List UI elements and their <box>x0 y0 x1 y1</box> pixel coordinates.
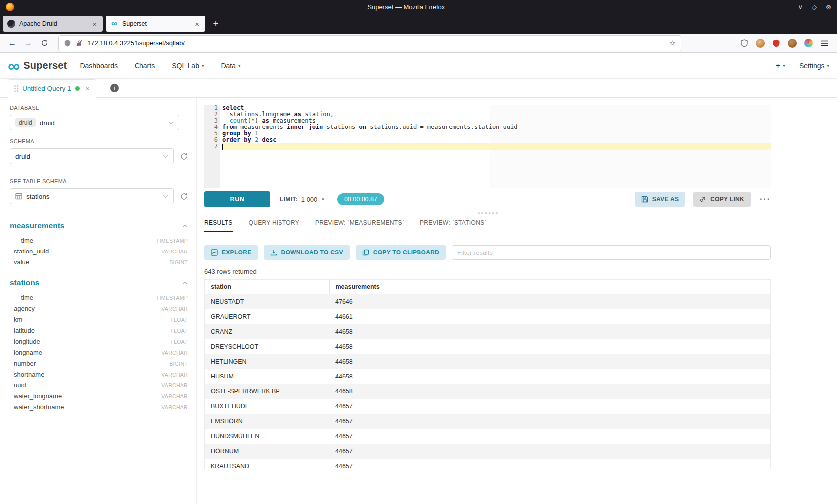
clipboard-icon <box>362 249 369 256</box>
download-csv-label: DOWNLOAD TO CSV <box>281 249 343 256</box>
copy-link-button[interactable]: COPY LINK <box>693 192 751 207</box>
table-section: stations __timeTIMESTAMPagencyVARCHARkmF… <box>10 278 188 412</box>
browser-tabstrip: Apache Druid × ∞ Superset × + <box>0 14 837 34</box>
station-cell: HUSUM <box>205 369 329 384</box>
table-header-stations[interactable]: stations <box>10 278 188 287</box>
download-icon <box>270 249 277 256</box>
chevron-up-icon[interactable] <box>182 224 188 228</box>
url-text[interactable]: 172.18.0.4:32251/superset/sqllab/ <box>87 39 665 47</box>
results-tab-query-history[interactable]: QUERY HISTORY <box>249 219 299 232</box>
table-name: stations <box>10 278 39 287</box>
column-name: station_uuid <box>14 248 49 255</box>
limit-dropdown[interactable]: LIMIT: 1 000 ▾ <box>280 196 324 203</box>
database-engine-pill: druid <box>15 118 36 127</box>
column-row: kmFLOAT <box>10 314 188 325</box>
bookmark-star-icon[interactable]: ☆ <box>669 39 676 48</box>
filter-results-input[interactable] <box>452 245 771 260</box>
measurements-cell: 44658 <box>329 339 770 354</box>
menu-icon[interactable] <box>820 40 828 47</box>
back-button[interactable]: ← <box>5 36 20 51</box>
column-name: agency <box>14 305 35 312</box>
database-select[interactable]: druid druid <box>10 115 179 130</box>
run-button[interactable]: RUN <box>204 191 270 207</box>
add-query-tab-button[interactable]: + <box>110 84 119 92</box>
schema-select[interactable]: druid <box>10 148 174 164</box>
column-header-measurements[interactable]: measurements <box>329 280 770 294</box>
browser-tab-superset[interactable]: ∞ Superset × <box>106 16 205 32</box>
window-title: Superset — Mozilla Firefox <box>14 3 798 11</box>
ublock-icon[interactable] <box>772 39 780 47</box>
profile-avatar-icon[interactable] <box>756 39 765 48</box>
nav-item-dashboards[interactable]: Dashboards <box>80 62 118 70</box>
station-cell: KRAUTSAND <box>205 459 329 469</box>
reload-button[interactable] <box>37 36 52 51</box>
editor-code[interactable]: select stations.longname as station, cou… <box>220 105 771 188</box>
add-new-button[interactable]: +▾ <box>775 61 785 71</box>
column-row: water_shortnameVARCHAR <box>10 401 188 412</box>
explore-button[interactable]: EXPLORE <box>204 245 258 260</box>
superset-logo[interactable]: ∞ Superset <box>8 59 67 72</box>
copy-to-clipboard-button[interactable]: COPY TO CLIPBOARD <box>356 245 446 260</box>
permissions-shield-icon[interactable] <box>740 39 748 47</box>
tab-close-icon[interactable]: × <box>193 20 201 28</box>
window-maximize-icon[interactable]: ◇ <box>812 3 817 11</box>
column-name: water_longname <box>14 392 62 400</box>
drag-handle-icon[interactable] <box>14 85 18 92</box>
chevron-up-icon[interactable] <box>182 281 188 285</box>
pane-splitter[interactable] <box>204 207 771 219</box>
column-name: km <box>14 316 22 323</box>
refresh-schemas-button[interactable] <box>180 152 188 161</box>
table-header-measurements[interactable]: measurements <box>10 221 188 230</box>
results-table[interactable]: station measurements NEUSTADT47646GRAUER… <box>204 279 771 469</box>
station-cell: NEUSTADT <box>205 294 329 310</box>
query-tab-close-icon[interactable]: × <box>86 85 90 93</box>
query-tab-untitled-query-1[interactable]: Untitled Query 1 × <box>8 79 96 98</box>
column-name: longname <box>14 349 42 356</box>
new-tab-button[interactable]: + <box>208 16 223 31</box>
browser-window: Superset — Mozilla Firefox ∨ ◇ ⊗ Apache … <box>0 0 837 504</box>
code-line: order by 2 desc <box>222 137 771 143</box>
refresh-tables-button[interactable] <box>180 192 188 201</box>
limit-label: LIMIT: <box>280 196 298 203</box>
nav-item-sql-lab[interactable]: SQL Lab▾ <box>172 62 204 70</box>
results-tab-results[interactable]: RESULTS <box>204 219 233 232</box>
tracking-shield-icon[interactable] <box>64 39 71 47</box>
column-type: BIGINT <box>169 259 188 265</box>
window-minimize-icon[interactable]: ∨ <box>798 3 803 11</box>
table-select[interactable]: stations <box>10 188 174 204</box>
save-as-button[interactable]: SAVE AS <box>635 192 685 207</box>
chevron-down-icon <box>168 121 174 125</box>
save-icon <box>641 196 648 203</box>
column-type: VARCHAR <box>161 249 188 254</box>
column-header-station[interactable]: station <box>205 280 329 294</box>
station-cell: HÖRNUM <box>205 444 329 459</box>
table-name: measurements <box>10 221 64 230</box>
tab-close-icon[interactable]: × <box>91 20 98 28</box>
database-label: DATABASE <box>10 105 188 111</box>
editor-pane: 1234567 select stations.longname as stat… <box>197 98 837 504</box>
sqllab-sidebar: DATABASE druid druid SCHEMA druid SEE TA… <box>0 98 197 504</box>
superset-infinity-icon: ∞ <box>8 59 20 72</box>
extension-avatar-icon[interactable] <box>788 39 797 48</box>
browser-tab-apache-druid[interactable]: Apache Druid × <box>3 16 103 32</box>
result-row: CRANZ44658 <box>205 324 770 339</box>
results-tab-preview-measurements[interactable]: PREVIEW: `MEASUREMENTS` <box>315 219 404 232</box>
forward-button[interactable]: → <box>21 36 36 51</box>
nav-item-charts[interactable]: Charts <box>135 62 155 70</box>
sql-editor[interactable]: 1234567 select stations.longname as stat… <box>204 105 771 188</box>
results-tab-preview-stations[interactable]: PREVIEW: `STATIONS` <box>420 219 487 232</box>
settings-menu[interactable]: Settings▾ <box>799 62 829 70</box>
url-bar[interactable]: 172.18.0.4:32251/superset/sqllab/ ☆ <box>59 36 681 51</box>
query-tab-bar: Untitled Query 1 × + <box>0 79 837 98</box>
more-options-button[interactable]: ··· <box>760 195 771 204</box>
window-close-icon[interactable]: ⊗ <box>826 3 831 11</box>
column-type: FLOAT <box>170 339 188 345</box>
result-row: HETLINGEN44658 <box>205 354 770 369</box>
browser-toolbar: ← → 172.18.0.4:32251/superset/sqllab/ ☆ <box>0 34 837 53</box>
column-row: longnameVARCHAR <box>10 347 188 358</box>
insecure-lock-icon[interactable] <box>76 40 83 47</box>
extension-pinwheel-icon[interactable] <box>804 39 813 47</box>
nav-item-data[interactable]: Data▾ <box>221 62 240 70</box>
download-csv-button[interactable]: DOWNLOAD TO CSV <box>264 245 349 260</box>
measurements-cell: 44658 <box>329 369 770 384</box>
